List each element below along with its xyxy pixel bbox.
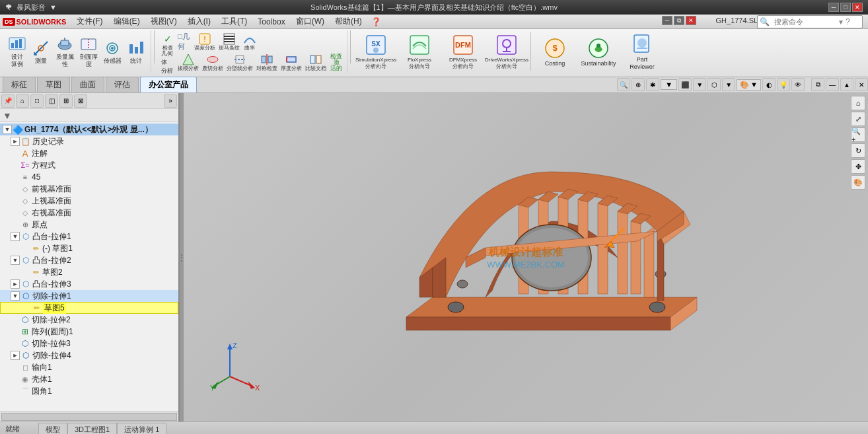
view-btn-5[interactable]: ▼ xyxy=(693,78,706,91)
tree-45[interactable]: ≡ 45 xyxy=(0,171,178,183)
sw-restore[interactable]: ⧉ xyxy=(674,16,684,25)
vp-btn-color[interactable]: 🎨 xyxy=(851,175,865,190)
tree-boss3[interactable]: ► ⬡ 凸台-拉伸3 xyxy=(0,278,178,290)
vp-btn-zoom-in[interactable]: 🔍+ xyxy=(851,127,865,142)
btn-floxpress[interactable]: FloXpress分析向导 xyxy=(398,32,441,71)
tree-top-plane[interactable]: ◇ 上视基准面 xyxy=(0,195,178,207)
menu-help[interactable]: 帮助(H) xyxy=(330,15,367,28)
btn-dfmxpress[interactable]: DFM DFMXpress分析向导 xyxy=(442,32,484,71)
tab-features[interactable]: 标征 xyxy=(3,77,36,92)
panel-btn-home[interactable]: ⌂ xyxy=(16,94,29,108)
view-dropdown[interactable]: ▼ xyxy=(661,79,677,90)
tree-sketch5[interactable]: ✏ 草图5 xyxy=(0,302,178,314)
btn-design-study[interactable]: 设计算例 xyxy=(5,34,29,69)
menu-file[interactable]: 文件(F) xyxy=(71,15,108,28)
panel-btn-3[interactable]: ◫ xyxy=(45,94,58,108)
tree-history[interactable]: ► 📋 历史记录 xyxy=(0,135,178,147)
panel-ctrl-1[interactable]: ⧉ xyxy=(811,78,824,91)
tree-boss1[interactable]: ▼ ⬡ 凸台-拉伸1 xyxy=(0,231,178,242)
menu-edit[interactable]: 编辑(E) xyxy=(108,15,145,28)
btn-section-thickness[interactable]: 剖面厚度 xyxy=(77,34,100,69)
tree-pattern1[interactable]: ⊞ 阵列(圆周)1 xyxy=(0,326,178,338)
boss2-expand[interactable]: ▼ xyxy=(11,256,20,265)
close-btn[interactable]: ✕ xyxy=(852,3,863,12)
boss3-expand[interactable]: ► xyxy=(11,279,20,289)
tree-cut1[interactable]: ▼ ⬡ 切除-拉伸1 xyxy=(0,290,178,302)
panel-btn-pin[interactable]: 📌 xyxy=(1,94,15,108)
viewport[interactable]: 机械设计超标准 WWW.ME2BK.COM Z X Y ⌂ ⤢ xyxy=(184,93,868,421)
tree-origin[interactable]: ⊕ 原点 xyxy=(0,219,178,231)
btn-simulationxpress[interactable]: SX SimulationXpress分析向导 xyxy=(355,32,397,71)
view-section[interactable]: ◐ xyxy=(762,78,776,91)
view-hide[interactable]: 👁 xyxy=(791,78,805,91)
panel-ctrl-3[interactable]: ▲ xyxy=(840,78,853,91)
tree-cut3[interactable]: ⬡ 切除-拉伸3 xyxy=(0,338,178,349)
sw-minimize[interactable]: ─ xyxy=(662,16,672,25)
view-orient[interactable]: ▼ xyxy=(722,78,735,91)
panel-btn-4[interactable]: ⊞ xyxy=(59,94,73,108)
btn-sustainability[interactable]: Sustainability xyxy=(577,32,620,71)
vp-btn-zoom-fit[interactable]: ⤢ xyxy=(851,112,865,126)
btn-costing[interactable]: $ Costing xyxy=(534,32,576,71)
tab-3d-drawing[interactable]: 3D工程图1 xyxy=(67,423,117,435)
btn-parting[interactable]: 分型线分析 xyxy=(225,52,254,73)
tab-sketch[interactable]: 草图 xyxy=(37,77,70,92)
panel-ctrl-2[interactable]: — xyxy=(826,78,839,91)
btn-curvature[interactable]: 曲率 xyxy=(242,32,258,52)
tab-motion[interactable]: 运动算例 1 xyxy=(117,423,166,435)
btn-geometry-analysis[interactable]: □几何 xyxy=(176,34,192,49)
panel-btn-2[interactable]: □ xyxy=(30,94,44,108)
tab-office[interactable]: 办公室产品 xyxy=(140,77,197,92)
menu-toolbox[interactable]: Toolbox xyxy=(252,16,290,28)
view-btn-4[interactable]: ⬛ xyxy=(678,78,692,91)
display-mode[interactable]: 🎨 ▼ xyxy=(737,79,761,90)
tree-root-expand[interactable]: ▼ xyxy=(3,125,12,134)
view-btn-2[interactable]: ⊕ xyxy=(632,78,645,91)
menu-view[interactable]: 视图(V) xyxy=(145,15,182,28)
tab-surface[interactable]: 曲面 xyxy=(71,77,104,92)
btn-check-active[interactable]: 检查激活的 xyxy=(328,55,344,69)
sw-close[interactable]: ✕ xyxy=(686,16,696,25)
btn-draft-analysis[interactable]: 拔模分析 xyxy=(176,52,200,73)
tree-root[interactable]: ▼ 🔷 GH_1774（默认<<默认>外观 显...） xyxy=(0,124,178,135)
view-btn-6[interactable]: ⬡ xyxy=(707,78,721,91)
btn-thickness[interactable]: 厚度分析 xyxy=(279,52,303,73)
tree-boss2[interactable]: ▼ ⬡ 凸台-拉伸2 xyxy=(0,254,178,266)
btn-zebra[interactable]: 斑马条纹 xyxy=(217,32,241,52)
tree-shell1[interactable]: ◉ 壳体1 xyxy=(0,373,178,385)
tree-sketch1[interactable]: ✏ (-) 草图1 xyxy=(0,242,178,254)
tree-draft1[interactable]: ◻ 输向1 xyxy=(0,361,178,373)
panel-btn-5[interactable]: ⊠ xyxy=(74,94,87,108)
btn-stats[interactable]: 统计 xyxy=(124,38,148,66)
menu-tools[interactable]: 工具(T) xyxy=(216,15,252,28)
search-input[interactable] xyxy=(772,18,838,26)
cut4-expand[interactable]: ► xyxy=(11,351,20,360)
tree-fillet1[interactable]: ⌒ 圆角1 xyxy=(0,385,178,397)
minimize-btn[interactable]: ─ xyxy=(828,3,839,12)
search-bar[interactable]: 🔍 ▼ ? xyxy=(757,15,863,28)
tree-scrollbar[interactable] xyxy=(0,411,178,421)
btn-error-analysis[interactable]: ! 误差分析 xyxy=(193,32,217,52)
vp-btn-rotate[interactable]: ↻ xyxy=(851,143,865,158)
help-q-icon[interactable]: ? xyxy=(844,17,851,26)
tree-hscroll-thumb[interactable] xyxy=(1,413,177,421)
panel-expand-btn[interactable]: » xyxy=(164,94,177,108)
tree-front-plane[interactable]: ◇ 前视基准面 xyxy=(0,183,178,195)
btn-compare[interactable]: 比较文档 xyxy=(304,52,328,73)
tree-cut2[interactable]: ⬡ 切除-拉伸2 xyxy=(0,314,178,326)
menu-insert[interactable]: 插入(I) xyxy=(182,15,216,28)
filter-icon[interactable]: ▼ xyxy=(3,110,12,121)
btn-symmetry[interactable]: 对称检查 xyxy=(255,52,279,73)
btn-driveworksxpress[interactable]: DriveWorksXpress分析向导 xyxy=(486,32,528,71)
tree-right-plane[interactable]: ◇ 右视基准面 xyxy=(0,207,178,219)
vp-btn-home[interactable]: ⌂ xyxy=(851,96,865,110)
tab-evaluate[interactable]: 评估 xyxy=(106,77,139,92)
vp-btn-pan[interactable]: ✥ xyxy=(851,159,865,174)
tree-equations[interactable]: Σ= 方程式 xyxy=(0,159,178,171)
btn-mass-props[interactable]: 质量属性 xyxy=(53,34,77,69)
view-btn-1[interactable]: 🔍 xyxy=(617,78,630,91)
tree-cut4[interactable]: ► ⬡ 切除-拉伸4 xyxy=(0,349,178,361)
view-lights[interactable]: 💡 xyxy=(777,78,790,91)
panel-ctrl-close[interactable]: ✕ xyxy=(855,78,868,91)
menu-window[interactable]: 窗口(W) xyxy=(291,15,330,28)
